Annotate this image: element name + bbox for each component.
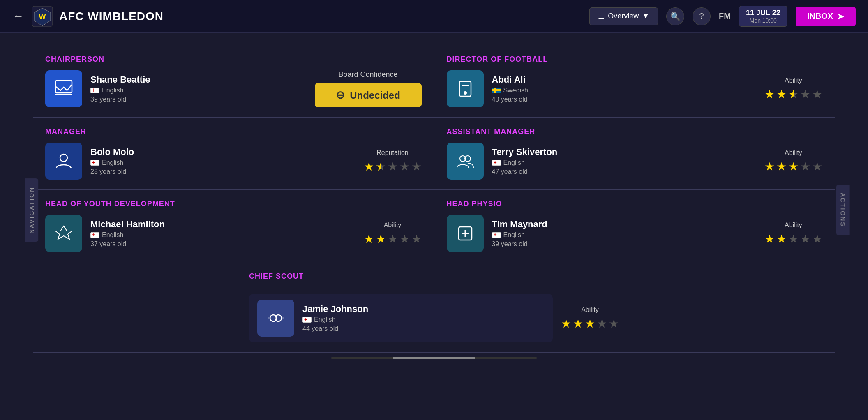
star-1: ★	[764, 88, 775, 101]
fm-logo: FM	[719, 12, 731, 21]
scout-nationality: English	[302, 316, 368, 323]
manager-card[interactable]: Bolo Molo English 28 years old	[45, 143, 356, 180]
overview-button[interactable]: ☰ Overview ▼	[589, 7, 658, 25]
chairperson-age: 39 years old	[90, 96, 150, 103]
svg-marker-12	[55, 226, 72, 239]
director-info: Abdi Ali Swedish 40 years old	[492, 74, 528, 103]
physio-title: HEAD PHYSIO	[447, 200, 823, 208]
director-card[interactable]: Abdi Ali Swedish 40 years old	[447, 70, 757, 107]
director-title: DIRECTOR OF FOOTBALL	[447, 55, 823, 64]
english-flag-scout	[302, 317, 312, 323]
chairperson-name: Shane Beattie	[90, 74, 150, 85]
scout-stars: ★ ★ ★ ★ ★	[561, 317, 619, 330]
manager-reputation: Reputation ★ ★ ★ ★ ★ ★	[364, 149, 422, 173]
star-5: ★	[812, 88, 822, 101]
chief-scout-wrapper: CHIEF SCOUT	[33, 262, 835, 352]
assistant-ability: Ability ★ ★ ★ ★ ★	[764, 149, 822, 173]
physio-nationality: English	[492, 231, 547, 239]
chief-scout-inner: CHIEF SCOUT	[249, 272, 619, 342]
main-content: CHAIRPERSON Shane Beattie English 39 yea…	[0, 33, 868, 420]
english-flag-mgr	[90, 160, 99, 166]
search-button[interactable]: 🔍	[666, 7, 684, 25]
scout-name: Jamie Johnson	[302, 304, 368, 314]
youth-section: HEAD OF YOUTH DEVELOPMENT Michael Hamilt…	[33, 190, 434, 262]
physio-card[interactable]: Tim Maynard English 39 years old	[447, 215, 757, 252]
assistant-age: 47 years old	[492, 168, 558, 175]
physio-icon	[447, 215, 484, 252]
chairperson-card[interactable]: Shane Beattie English 39 years old	[45, 70, 307, 107]
staff-grid: CHAIRPERSON Shane Beattie English 39 yea…	[33, 45, 835, 262]
swedish-flag	[492, 88, 501, 93]
rep-star-5: ★	[411, 160, 422, 173]
scout-icon	[257, 300, 294, 337]
physio-section: HEAD PHYSIO Tim Maynard English 39 years…	[434, 190, 835, 262]
club-name-header: AFC WIMBLEDON	[59, 10, 164, 23]
assistant-stars: ★ ★ ★ ★ ★	[764, 160, 822, 173]
club-badge: W	[32, 6, 53, 27]
manager-info: Bolo Molo English 28 years old	[90, 147, 134, 175]
youth-title: HEAD OF YOUTH DEVELOPMENT	[45, 200, 422, 208]
director-stars: ★ ★ ★ ★ ★ ★	[764, 88, 822, 101]
chairperson-info: Shane Beattie English 39 years old	[90, 74, 150, 103]
director-ability: Ability ★ ★ ★ ★ ★ ★	[764, 77, 822, 101]
confidence-box: ⊖ Undecided	[315, 83, 422, 107]
youth-nationality: English	[90, 231, 165, 239]
scout-card[interactable]: Jamie Johnson English 44 years old	[249, 294, 553, 342]
help-button[interactable]: ?	[693, 7, 711, 25]
assistant-title: ASSISTANT MANAGER	[447, 127, 823, 136]
scrollbar-thumb[interactable]	[393, 357, 475, 359]
youth-info: Michael Hamilton English 37 years old	[90, 219, 165, 248]
arrow-right-icon: ➤	[837, 12, 844, 21]
manager-stars: ★ ★ ★ ★ ★ ★	[364, 160, 422, 173]
star-4: ★	[800, 88, 810, 101]
back-button[interactable]: ←	[12, 10, 24, 23]
manager-nationality: English	[90, 159, 134, 166]
english-flag	[90, 88, 99, 93]
assistant-icon	[447, 143, 484, 180]
chairperson-title: CHAIRPERSON	[45, 55, 422, 64]
youth-age: 37 years old	[90, 240, 165, 248]
director-age: 40 years old	[492, 96, 528, 103]
assistant-info: Terry Skiverton English 47 years old	[492, 147, 558, 175]
svg-point-9	[60, 154, 67, 162]
physio-name: Tim Maynard	[492, 219, 547, 230]
physio-ability: Ability ★ ★ ★ ★ ★	[764, 222, 822, 246]
director-section: DIRECTOR OF FOOTBALL Abdi Ali Swedish 40…	[434, 45, 835, 118]
manager-title: MANAGER	[45, 127, 422, 136]
assistant-card[interactable]: Terry Skiverton English 47 years old	[447, 143, 757, 180]
undecided-icon: ⊖	[336, 89, 345, 102]
youth-ability: Ability ★ ★ ★ ★ ★	[364, 222, 422, 246]
scrollbar-area[interactable]	[33, 353, 835, 363]
assistant-nationality: English	[492, 159, 558, 166]
svg-point-8	[464, 91, 467, 95]
manager-icon	[45, 143, 82, 180]
youth-stars: ★ ★ ★ ★ ★	[364, 232, 422, 246]
star-half: ★ ★	[788, 88, 799, 101]
inbox-button[interactable]: INBOX ➤	[796, 7, 856, 26]
scrollbar-track	[331, 357, 537, 359]
assistant-section: ASSISTANT MANAGER Terry Skiverton Englis…	[434, 118, 835, 190]
navigation-label: NAVIGATION	[25, 178, 38, 242]
star-2: ★	[776, 88, 787, 101]
rep-star-half: ★ ★	[376, 160, 386, 173]
board-confidence-section: Board Confidence ⊖ Undecided	[315, 70, 422, 107]
rep-star-1: ★	[364, 160, 374, 173]
director-nationality: Swedish	[492, 87, 528, 94]
chairperson-nationality: English	[90, 87, 150, 94]
scout-age: 44 years old	[302, 325, 368, 332]
physio-stars: ★ ★ ★ ★ ★	[764, 232, 822, 246]
english-flag-physio	[492, 232, 501, 238]
english-flag-youth	[90, 232, 99, 238]
director-name: Abdi Ali	[492, 74, 528, 85]
english-flag-asst	[492, 160, 501, 166]
assistant-name: Terry Skiverton	[492, 147, 558, 157]
actions-label: ACTIONS	[836, 185, 849, 235]
chevron-down-icon: ▼	[642, 12, 649, 21]
manager-section: MANAGER Bolo Molo English 28 years old	[33, 118, 434, 190]
date-box: 11 JUL 22 Mon 10:00	[739, 6, 787, 27]
physio-age: 39 years old	[492, 240, 547, 248]
physio-info: Tim Maynard English 39 years old	[492, 219, 547, 248]
scout-ability: Ability ★ ★ ★ ★ ★	[561, 306, 619, 330]
director-icon	[447, 70, 484, 107]
youth-card[interactable]: Michael Hamilton English 37 years old	[45, 215, 356, 252]
